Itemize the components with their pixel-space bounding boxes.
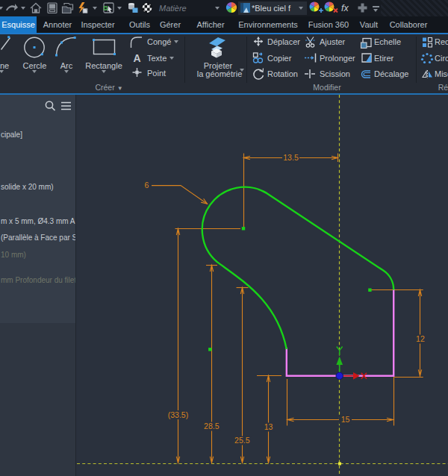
svg-text:6: 6 — [145, 181, 149, 190]
svg-text:(33.5): (33.5) — [168, 410, 188, 419]
svg-text:25.5: 25.5 — [234, 436, 250, 445]
svg-text:28.5: 28.5 — [204, 422, 220, 430]
svg-text:A: A — [133, 52, 140, 64]
svg-text:13: 13 — [264, 422, 273, 431]
svg-text:13.5: 13.5 — [283, 153, 299, 162]
svg-text:12: 12 — [416, 334, 425, 343]
svg-text:15: 15 — [341, 415, 350, 424]
